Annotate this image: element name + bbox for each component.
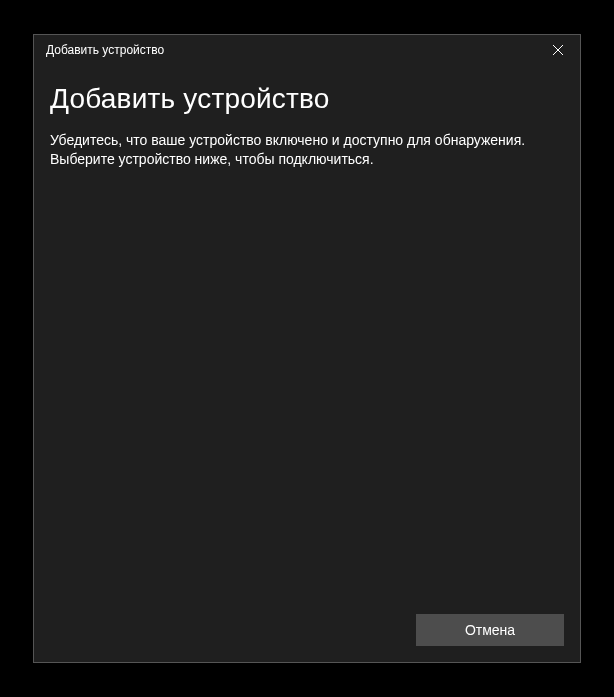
dialog-content: Добавить устройство Убедитесь, что ваше … (34, 65, 580, 614)
dialog-footer: Отмена (34, 614, 580, 662)
window-title: Добавить устройство (46, 43, 164, 57)
description-line-2: Выберите устройство ниже, чтобы подключи… (50, 151, 374, 167)
description-line-1: Убедитесь, что ваше устройство включено … (50, 132, 525, 148)
description-text: Убедитесь, что ваше устройство включено … (50, 131, 564, 169)
device-list-area (50, 169, 564, 598)
close-button[interactable] (535, 35, 580, 65)
page-title: Добавить устройство (50, 83, 564, 115)
cancel-button[interactable]: Отмена (416, 614, 564, 646)
titlebar: Добавить устройство (34, 35, 580, 65)
add-device-dialog: Добавить устройство Добавить устройство … (33, 34, 581, 663)
close-icon (553, 41, 563, 59)
